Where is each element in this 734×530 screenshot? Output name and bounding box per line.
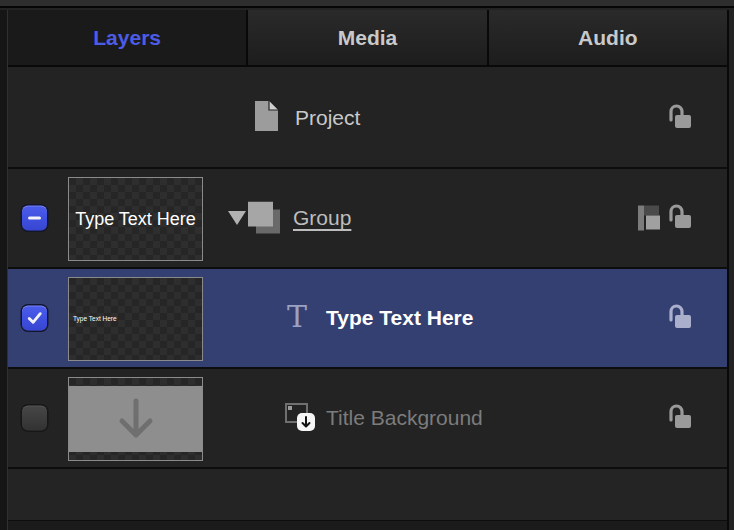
lock-open-icon[interactable] [664, 401, 694, 435]
text-T-icon: T [287, 302, 307, 332]
layer-row-type-text-here[interactable]: Type Text Here T Type Text Here [8, 269, 727, 369]
lock-open-icon[interactable] [664, 101, 694, 135]
tab-audio[interactable]: Audio [489, 10, 727, 65]
text-layer-thumbnail-text: Type Text Here [73, 315, 117, 322]
tab-layers[interactable]: Layers [8, 10, 248, 65]
document-icon [255, 101, 278, 135]
layers-list: Project Type Text Here Group [8, 69, 727, 530]
drop-zone-dot [288, 406, 292, 410]
group-stack-icon [248, 202, 281, 235]
drop-zone-badge [297, 413, 315, 431]
tab-media[interactable]: Media [248, 10, 488, 65]
layer-row-project[interactable]: Project [8, 69, 727, 169]
title-background-activation-checkbox[interactable] [22, 406, 47, 431]
mixed-state-dash-icon [28, 216, 41, 220]
window-top-strip [0, 0, 734, 8]
group-activation-checkbox[interactable] [22, 206, 47, 231]
text-layer-label[interactable]: Type Text Here [326, 306, 473, 330]
group-label[interactable]: Group [293, 206, 351, 230]
text-layer-thumbnail[interactable]: Type Text Here [68, 277, 203, 361]
disclosure-triangle-down-icon[interactable] [228, 211, 246, 225]
layer-row-title-background[interactable]: Title Background [8, 369, 727, 469]
title-background-thumbnail[interactable] [68, 377, 203, 461]
lock-open-icon[interactable] [664, 201, 694, 235]
title-background-label[interactable]: Title Background [326, 406, 483, 430]
panel-left-edge [0, 10, 8, 530]
down-arrow-icon [111, 396, 161, 442]
isolate-icon[interactable] [638, 205, 665, 232]
title-background-thumbnail-fill [69, 386, 202, 452]
text-layer-activation-checkbox[interactable] [22, 306, 47, 331]
group-thumbnail-text: Type Text Here [69, 178, 202, 260]
checkmark-icon [23, 307, 46, 330]
group-thumbnail[interactable]: Type Text Here [68, 177, 203, 261]
panel-right-edge [727, 10, 734, 530]
project-label: Project [295, 106, 360, 130]
layers-tab-bar: Layers Media Audio [8, 10, 727, 67]
panel-bottom-strip [8, 520, 727, 530]
layer-row-group[interactable]: Type Text Here Group [8, 169, 727, 269]
lock-open-icon[interactable] [664, 301, 694, 335]
drop-zone-icon [285, 403, 315, 433]
